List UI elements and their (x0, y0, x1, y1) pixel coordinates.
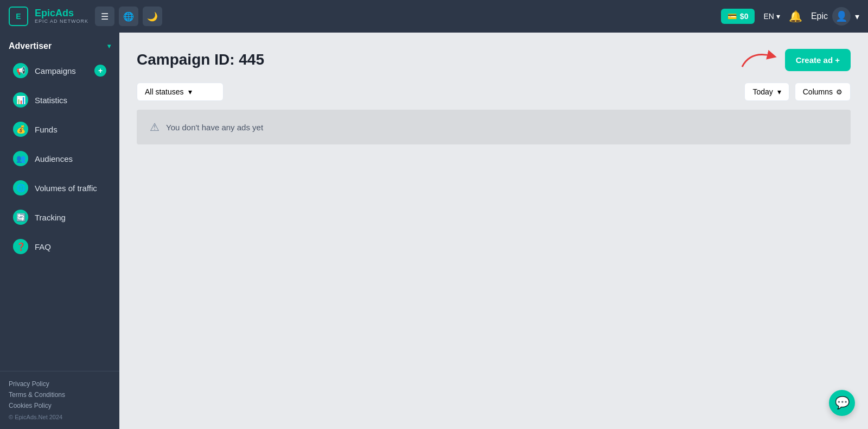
sidebar-item-faq[interactable]: ❓ FAQ (4, 232, 115, 261)
privacy-policy-link[interactable]: Privacy Policy (9, 380, 111, 388)
date-chevron-icon: ▾ (777, 87, 781, 96)
statistics-icon: 📊 (13, 92, 28, 108)
empty-state-message: You don't have any ads yet (166, 123, 263, 132)
volumes-icon: 🌐 (13, 180, 28, 195)
sidebar-item-label: Campaigns (35, 66, 76, 75)
wallet-icon: 💳 (727, 12, 737, 21)
audiences-icon: 👥 (13, 151, 28, 166)
cookies-link[interactable]: Cookies Policy (9, 402, 111, 409)
header-right: 💳 $0 EN ▾ 🔔 Epic 👤 ▾ (721, 7, 859, 26)
notifications-button[interactable]: 🔔 (789, 10, 802, 23)
sidebar-role[interactable]: Advertiser ▾ (0, 33, 119, 55)
content-area: Campaign ID: 445 Create ad + (119, 33, 868, 429)
logo-text: EpicAds EPIC AD NETWORK (35, 8, 88, 24)
lang-chevron-icon: ▾ (776, 12, 780, 21)
language-label: EN (763, 12, 774, 21)
brand-name: EpicAds (35, 8, 88, 19)
warning-icon: ⚠ (150, 121, 159, 134)
balance-amount: $0 (740, 12, 749, 21)
header-left: E EpicAds EPIC AD NETWORK ☰ 🌐 🌙 (9, 7, 162, 26)
sidebar-nav: 📢 Campaigns + 📊 Statistics 💰 Funds 👥 Aud… (0, 55, 119, 371)
columns-label: Columns (803, 87, 833, 96)
brand-epic: Epic (35, 8, 55, 18)
faq-icon: ❓ (13, 239, 28, 254)
role-label: Advertiser (9, 41, 52, 51)
sidebar-footer: Privacy Policy Terms & Conditions Cookie… (0, 371, 119, 429)
date-filter[interactable]: Today ▾ (744, 83, 789, 101)
sidebar-item-audiences[interactable]: 👥 Audiences (4, 144, 115, 173)
status-filter[interactable]: All statuses ▾ (137, 83, 224, 101)
menu-icon-button[interactable]: ☰ (95, 7, 114, 26)
filters-right: Today ▾ Columns ⚙ (744, 83, 851, 101)
language-selector[interactable]: EN ▾ (763, 12, 780, 21)
brand-ads: Ads (55, 8, 74, 18)
page-title: Campaign ID: 445 (137, 51, 264, 68)
status-chevron-icon: ▾ (188, 87, 192, 96)
sidebar-item-tracking[interactable]: 🔄 Tracking (4, 203, 115, 231)
theme-icon-button[interactable]: 🌙 (143, 7, 162, 26)
role-chevron-icon: ▾ (107, 42, 111, 50)
status-filter-label: All statuses (145, 87, 184, 96)
header-icons: ☰ 🌐 🌙 (95, 7, 162, 26)
sidebar-item-label: Audiences (35, 154, 73, 163)
user-menu-button[interactable]: Epic 👤 ▾ (811, 7, 859, 26)
sidebar-item-label: Statistics (35, 96, 67, 105)
main-layout: Advertiser ▾ 📢 Campaigns + 📊 Statistics … (0, 33, 868, 429)
sidebar-item-statistics[interactable]: 📊 Statistics (4, 86, 115, 114)
campaigns-add-button[interactable]: + (94, 65, 106, 77)
sidebar-item-label: FAQ (35, 242, 51, 251)
funds-icon: 💰 (13, 122, 28, 137)
filters-row: All statuses ▾ Today ▾ Columns ⚙ (137, 83, 851, 101)
sidebar-item-label: Volumes of traffic (35, 184, 97, 193)
username-label: Epic (811, 11, 828, 21)
sidebar-item-campaigns[interactable]: 📢 Campaigns + (4, 56, 115, 85)
arrow-indicator (739, 48, 783, 72)
brand-subtitle: EPIC AD NETWORK (35, 19, 88, 24)
user-avatar: 👤 (832, 7, 851, 26)
sidebar-item-volumes-of-traffic[interactable]: 🌐 Volumes of traffic (4, 174, 115, 202)
user-chevron-icon: ▾ (855, 11, 859, 22)
chat-icon: 💬 (835, 396, 850, 410)
red-arrow-icon (739, 48, 783, 70)
columns-icon: ⚙ (836, 88, 843, 96)
terms-link[interactable]: Terms & Conditions (9, 391, 111, 399)
sidebar-item-funds[interactable]: 💰 Funds (4, 115, 115, 143)
tracking-icon: 🔄 (13, 210, 28, 225)
globe-icon-button[interactable]: 🌐 (119, 7, 138, 26)
sidebar: Advertiser ▾ 📢 Campaigns + 📊 Statistics … (0, 33, 119, 429)
sidebar-item-label: Tracking (35, 213, 66, 222)
balance-box[interactable]: 💳 $0 (721, 9, 755, 24)
date-filter-label: Today (752, 87, 773, 96)
logo-box: E (9, 7, 28, 26)
campaigns-icon: 📢 (13, 63, 28, 78)
create-ad-wrapper: Create ad + (739, 48, 851, 72)
empty-state-banner: ⚠ You don't have any ads yet (137, 110, 851, 144)
content-header: Campaign ID: 445 Create ad + (137, 48, 851, 72)
create-ad-label: Create ad + (796, 55, 840, 65)
chat-button[interactable]: 💬 (829, 390, 855, 416)
create-ad-button[interactable]: Create ad + (785, 49, 851, 71)
top-header: E EpicAds EPIC AD NETWORK ☰ 🌐 🌙 💳 $0 EN … (0, 0, 868, 33)
copyright-text: © EpicAds.Net 2024 (9, 414, 111, 420)
sidebar-item-label: Funds (35, 125, 58, 134)
logo-letter: E (16, 12, 21, 21)
columns-button[interactable]: Columns ⚙ (795, 83, 851, 101)
